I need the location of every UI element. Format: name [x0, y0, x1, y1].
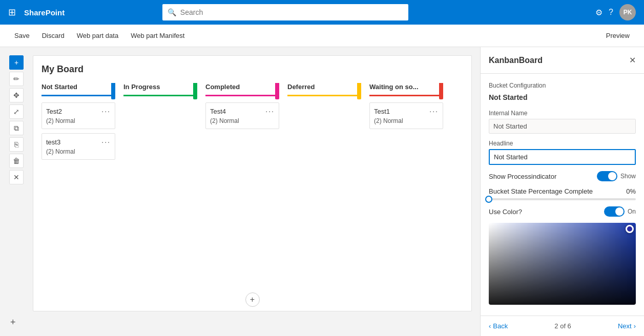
- discard-button[interactable]: Discard: [36, 25, 71, 47]
- column-header-in-progress: In Progress: [123, 83, 197, 96]
- top-nav: ⊞ SharePoint 🔍 ⚙ ? PK: [0, 0, 644, 25]
- panel-section-label: Bucket Configuration: [489, 82, 636, 89]
- card-title-test3: test3: [46, 138, 60, 146]
- card-title-test4: Test4: [210, 108, 226, 115]
- card-menu-test3[interactable]: ···: [101, 138, 111, 146]
- headline-label: Headline: [489, 140, 636, 147]
- delete-icon[interactable]: 🗑: [9, 154, 24, 168]
- move-icon[interactable]: ✥: [9, 88, 24, 102]
- card-test1: Test1 ··· (2) Normal: [369, 102, 443, 129]
- card-test3: test3 ··· (2) Normal: [41, 133, 115, 160]
- panel-close-button[interactable]: ✕: [629, 55, 636, 65]
- copy-icon[interactable]: ⧉: [9, 121, 24, 135]
- avatar[interactable]: PK: [619, 4, 636, 20]
- panel-body: Bucket Configuration Not Started Interna…: [481, 74, 644, 316]
- board-columns: Not Started Test2 ··· (2) Normal test3: [41, 83, 463, 164]
- card-meta-test1: (2) Normal: [374, 117, 439, 124]
- board-container: My Board Not Started Test2 ··· (2) Norma…: [33, 55, 472, 311]
- save-button[interactable]: Save: [8, 25, 36, 47]
- card-meta-test2: (2) Normal: [46, 117, 111, 124]
- search-bar: 🔍: [162, 4, 408, 20]
- show-processindicator-label: Show Processindicator: [489, 173, 556, 180]
- column-header-completed: Completed: [205, 83, 279, 96]
- nav-right: ⚙ ? PK: [595, 4, 636, 20]
- panel-header: KanbanBoard ✕: [481, 47, 644, 74]
- right-panel: KanbanBoard ✕ Bucket Configuration Not S…: [480, 47, 644, 336]
- card-title-test1: Test1: [374, 108, 390, 115]
- column-header-waiting: Waiting on so...: [369, 83, 443, 96]
- column-not-started: Not Started Test2 ··· (2) Normal test3: [41, 83, 123, 164]
- toggle-switch-color[interactable]: [604, 206, 625, 217]
- card-title-test2: Test2: [46, 108, 62, 115]
- add-bottom-button[interactable]: +: [10, 317, 16, 328]
- column-in-progress: In Progress: [123, 83, 205, 164]
- slider-thumb[interactable]: [485, 196, 492, 203]
- chevron-left-icon: ‹: [489, 322, 491, 330]
- bucket-state-value: 0%: [626, 187, 636, 195]
- show-processindicator-toggle[interactable]: Show: [597, 171, 636, 181]
- drag-handle[interactable]: ⤢: [9, 104, 24, 119]
- next-label: Next: [618, 322, 632, 330]
- web-part-data-button[interactable]: Web part data: [71, 25, 124, 47]
- panel-bucket-title: Not Started: [489, 93, 636, 101]
- column-completed: Completed Test4 ··· (2) Normal: [205, 83, 287, 164]
- add-section-button[interactable]: +: [245, 292, 260, 307]
- column-label-in-progress: In Progress: [123, 83, 160, 91]
- web-part-manifest-button[interactable]: Web part Manifest: [124, 25, 191, 47]
- search-input[interactable]: [180, 8, 403, 16]
- show-processindicator-row: Show Processindicator Show: [489, 171, 636, 181]
- internal-name-input[interactable]: [489, 119, 636, 134]
- add-webpart-button[interactable]: +: [9, 55, 24, 70]
- card-test4: Test4 ··· (2) Normal: [205, 102, 279, 129]
- column-label-completed: Completed: [205, 83, 240, 91]
- use-color-on-label: On: [628, 208, 636, 215]
- canvas-controls: + ✏ ✥ ⤢ ⧉ ⎘ 🗑 ✕: [8, 55, 25, 328]
- bucket-state-row: Bucket State Percentage Complete 0%: [489, 187, 636, 200]
- column-deferred: Deferred: [287, 83, 369, 164]
- edit-icon[interactable]: ✏: [9, 72, 24, 86]
- card-menu-test2[interactable]: ···: [101, 107, 111, 115]
- board-title: My Board: [41, 64, 463, 75]
- trash-icon[interactable]: ✕: [9, 170, 24, 184]
- settings-icon[interactable]: ⚙: [595, 8, 603, 17]
- column-header-deferred: Deferred: [287, 83, 361, 96]
- duplicate-icon[interactable]: ⎘: [9, 137, 24, 152]
- chevron-right-icon: ›: [634, 322, 636, 330]
- back-label: Back: [493, 322, 508, 330]
- search-icon: 🔍: [168, 8, 176, 16]
- use-color-toggle[interactable]: On: [604, 206, 636, 217]
- back-button[interactable]: ‹ Back: [489, 322, 508, 330]
- card-test2: Test2 ··· (2) Normal: [41, 102, 115, 129]
- card-menu-test1[interactable]: ···: [429, 107, 439, 115]
- preview-button[interactable]: Preview: [600, 25, 636, 47]
- use-color-row: Use Color? On: [489, 206, 636, 217]
- page-info: 2 of 6: [554, 322, 571, 330]
- bucket-state-label: Bucket State Percentage Complete: [489, 187, 593, 195]
- show-processindicator-on-label: Show: [620, 173, 636, 180]
- toolbar: Save Discard Web part data Web part Mani…: [0, 25, 644, 47]
- internal-name-label: Internal Name: [489, 110, 636, 117]
- bucket-state-slider[interactable]: [489, 198, 636, 200]
- main-layout: + ✏ ✥ ⤢ ⧉ ⎘ 🗑 ✕ My Board Not Started: [0, 47, 644, 336]
- next-button[interactable]: Next ›: [618, 322, 636, 330]
- column-waiting: Waiting on so... Test1 ··· (2) Normal: [369, 83, 451, 164]
- column-label-not-started: Not Started: [41, 83, 77, 91]
- use-color-label: Use Color?: [489, 208, 522, 216]
- card-meta-test3: (2) Normal: [46, 148, 111, 155]
- headline-input[interactable]: [489, 149, 636, 165]
- column-header-not-started: Not Started: [41, 83, 115, 96]
- column-label-waiting: Waiting on so...: [369, 83, 419, 91]
- column-label-deferred: Deferred: [287, 83, 315, 91]
- color-picker-thumb[interactable]: [626, 225, 634, 233]
- panel-footer: ‹ Back 2 of 6 Next ›: [481, 316, 644, 336]
- grid-icon[interactable]: ⊞: [8, 7, 16, 18]
- color-picker[interactable]: [489, 223, 636, 305]
- panel-title: KanbanBoard: [489, 56, 543, 65]
- canvas-area: + ✏ ✥ ⤢ ⧉ ⎘ 🗑 ✕ My Board Not Started: [0, 47, 480, 336]
- card-meta-test4: (2) Normal: [210, 117, 275, 124]
- help-icon[interactable]: ?: [609, 8, 613, 17]
- card-menu-test4[interactable]: ···: [265, 107, 275, 115]
- toggle-switch-processindicator[interactable]: [597, 171, 617, 181]
- app-logo: SharePoint: [24, 8, 65, 17]
